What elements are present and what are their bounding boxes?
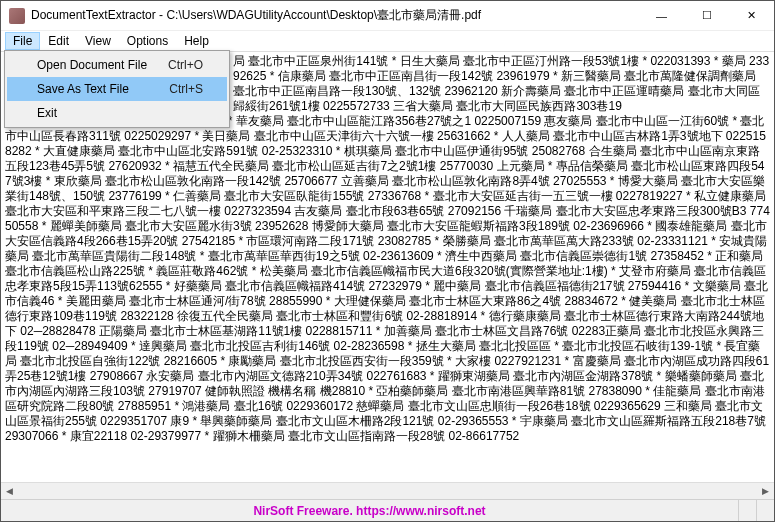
menu-exit[interactable]: Exit — [7, 101, 227, 125]
text-body: 榮昌藥局 臺北市中山區雙城街十七之三號 * 華友藥局 臺北市中山區龍江路356巷… — [5, 114, 770, 443]
menu-edit[interactable]: Edit — [40, 32, 77, 50]
menu-open-shortcut: Ctrl+O — [168, 58, 203, 72]
menu-file[interactable]: File — [5, 32, 40, 50]
menu-bar: File Edit View Options Help — [1, 31, 774, 51]
app-icon — [9, 8, 25, 24]
title-bar: DocumentTextExtractor - C:\Users\WDAGUti… — [1, 1, 774, 31]
menu-exit-label: Exit — [37, 106, 203, 120]
window-title: DocumentTextExtractor - C:\Users\WDAGUti… — [31, 7, 639, 24]
status-text: NirSoft Freeware. https://www.nirsoft.ne… — [1, 500, 738, 521]
status-bar: NirSoft Freeware. https://www.nirsoft.ne… — [1, 499, 774, 521]
menu-save-shortcut: Ctrl+S — [169, 82, 203, 96]
scroll-right-icon[interactable]: ▶ — [757, 483, 774, 499]
status-pane-3 — [756, 500, 774, 521]
menu-options[interactable]: Options — [119, 32, 176, 50]
menu-open-document[interactable]: Open Document File Ctrl+O — [7, 53, 227, 77]
menu-save-label: Save As Text File — [37, 82, 169, 96]
status-pane-2 — [738, 500, 756, 521]
maximize-button[interactable]: ☐ — [684, 1, 729, 31]
menu-help[interactable]: Help — [176, 32, 217, 50]
scroll-left-icon[interactable]: ◀ — [1, 483, 18, 499]
close-button[interactable]: ✕ — [729, 1, 774, 31]
menu-view[interactable]: View — [77, 32, 119, 50]
window-controls: — ☐ ✕ — [639, 1, 774, 31]
file-dropdown: Open Document File Ctrl+O Save As Text F… — [4, 50, 230, 128]
minimize-button[interactable]: — — [639, 1, 684, 31]
scroll-track[interactable] — [18, 483, 757, 499]
horizontal-scrollbar[interactable]: ◀ ▶ — [1, 482, 774, 499]
menu-open-label: Open Document File — [37, 58, 168, 72]
menu-save-text[interactable]: Save As Text File Ctrl+S — [7, 77, 227, 101]
